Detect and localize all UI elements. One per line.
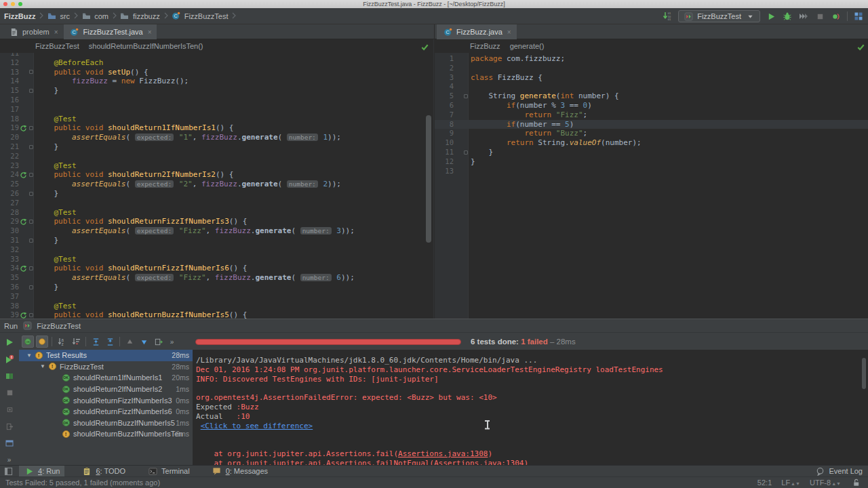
code-line[interactable]: 39 public void shouldReturnBuzzIfNumberI… <box>0 310 433 319</box>
fold-marker-icon[interactable] <box>28 170 34 180</box>
code-line[interactable]: 18 @Test <box>0 115 433 124</box>
caret-position[interactable]: 52:1 <box>757 479 772 487</box>
code-line[interactable]: 20 assertEquals( expected: "1", fizzBuzz… <box>0 133 433 142</box>
test-tree-row[interactable]: OKshouldReturn1IfNumberIs120ms <box>19 372 193 384</box>
code-line[interactable]: 13 <box>435 167 868 176</box>
code-line[interactable]: 14 fizzBuzz = new FizzBuzz(); <box>0 77 433 86</box>
fold-marker-icon[interactable] <box>28 86 34 96</box>
console-output[interactable]: /Library/Java/JavaVirtualMachines/jdk1.8… <box>193 350 868 465</box>
tool-window-button[interactable]: Terminal <box>142 466 195 477</box>
code-line[interactable]: 3class FizzBuzz { <box>435 73 868 83</box>
test-tree-row[interactable]: ▼!Test Results28ms <box>19 350 193 361</box>
code-line[interactable]: 22 <box>0 152 433 161</box>
tool-window-switcher-icon[interactable] <box>3 466 14 476</box>
profile-icon[interactable] <box>831 11 842 22</box>
code-line[interactable]: 33 @Test <box>0 255 433 264</box>
restore-layout-icon[interactable] <box>4 439 15 449</box>
breadcrumb-item[interactable]: com <box>81 11 108 22</box>
code-line[interactable]: 6 if(number % 3 == 0) <box>435 101 868 110</box>
fold-marker-icon[interactable] <box>462 148 469 157</box>
code-line[interactable]: 25 assertEquals( expected: "2", fizzBuzz… <box>0 180 433 189</box>
editor-tab[interactable]: CFizzBuzzTest.java× <box>64 24 157 39</box>
code-line[interactable]: 11 } <box>435 148 868 157</box>
expand-arrow-icon[interactable]: ▼ <box>24 352 34 359</box>
test-tree-row[interactable]: OKshouldReturnBuzzIfNumberIs51ms <box>19 418 193 429</box>
breadcrumb-item[interactable]: fizzbuzz <box>119 11 160 22</box>
code-line[interactable]: 17 <box>0 105 433 115</box>
test-tree-row[interactable]: OKshouldReturn2IfNumberIs21ms <box>19 384 193 395</box>
code-line[interactable]: 37 <box>0 292 433 302</box>
code-line[interactable]: 35 assertEquals( expected: "Fizz", fizzB… <box>0 273 433 283</box>
code-line[interactable]: 5 String generate(int number) { <box>435 92 868 101</box>
previous-failed-icon[interactable] <box>123 336 136 348</box>
show-ignored-icon[interactable] <box>36 336 48 348</box>
fold-marker-icon[interactable] <box>28 217 34 226</box>
console-hyperlink[interactable]: Assertions.java:1308 <box>398 449 488 458</box>
tool-window-button[interactable]: 0: Messages <box>207 466 273 477</box>
fold-marker-icon[interactable] <box>28 310 34 319</box>
run-tool-window-header[interactable]: Run FizzBuzzTest <box>0 319 868 333</box>
console-hyperlink[interactable]: <Click to see difference> <box>201 422 313 430</box>
breadcrumb-item[interactable]: CFizzBuzzTest <box>171 11 229 22</box>
debug-icon[interactable] <box>782 11 793 22</box>
code-line[interactable]: 34 public void shouldReturnFizzIfNumberI… <box>0 264 433 273</box>
code-line[interactable]: 32 <box>0 245 433 255</box>
run-icon[interactable] <box>766 11 776 22</box>
code-line[interactable]: 9 return "Buzz"; <box>435 129 868 138</box>
code-line[interactable]: 8 if(number == 5) <box>435 120 868 129</box>
stop-icon[interactable] <box>4 388 15 398</box>
code-line[interactable]: 31 } <box>0 236 433 245</box>
code-editor[interactable]: 1package com.fizzbuzz;23class FizzBuzz {… <box>435 53 868 319</box>
more-icon[interactable]: » <box>166 336 178 348</box>
code-line[interactable]: 10 return String.valueOf(number); <box>435 138 868 148</box>
code-line[interactable]: 36 } <box>0 283 433 292</box>
test-passed-gutter-icon[interactable] <box>19 123 28 133</box>
test-passed-gutter-icon[interactable] <box>19 170 28 180</box>
coverage-icon[interactable] <box>798 11 809 22</box>
expand-arrow-icon[interactable]: ▼ <box>38 363 47 369</box>
run-configuration-select[interactable]: FizzBuzzTest <box>678 10 760 22</box>
code-line[interactable]: 11 <box>0 53 433 58</box>
test-tree-row[interactable]: ▼!FizzBuzzTest28ms <box>19 361 193 373</box>
more-icon[interactable]: » <box>4 455 15 465</box>
code-line[interactable]: 23 @Test <box>0 161 433 171</box>
sort-by-duration-icon[interactable] <box>70 336 82 348</box>
fold-marker-icon[interactable] <box>28 142 34 152</box>
code-line[interactable]: 16 <box>0 96 433 105</box>
scrollbar-thumb[interactable] <box>862 358 866 389</box>
show-passed-icon[interactable]: OK <box>22 336 34 348</box>
fold-marker-icon[interactable] <box>28 68 34 77</box>
breadcrumb-item[interactable]: src <box>46 11 70 22</box>
event-log-button[interactable]: Event Log <box>814 466 863 476</box>
breadcrumb-class[interactable]: FizzBuzzTest <box>35 42 79 50</box>
test-passed-gutter-icon[interactable] <box>19 310 28 319</box>
fold-marker-icon[interactable] <box>28 283 34 292</box>
tool-window-button[interactable]: 4: Run <box>19 466 64 477</box>
test-passed-gutter-icon[interactable] <box>19 217 28 226</box>
fold-marker-icon[interactable] <box>28 264 34 273</box>
code-line[interactable]: 26 } <box>0 189 433 199</box>
tool-window-button[interactable]: 6: TODO <box>77 466 130 477</box>
editor-tab[interactable]: problem× <box>3 24 64 39</box>
code-line[interactable]: 13 public void setUp() { <box>0 68 433 77</box>
code-line[interactable]: 19 public void shouldReturn1IfNumberIs1(… <box>0 123 433 133</box>
code-line[interactable]: 28 @Test <box>0 208 433 218</box>
test-tree-row[interactable]: !shouldReturnBuzzIfNumberIsTen6ms <box>19 428 193 440</box>
code-line[interactable]: 4 <box>435 82 868 92</box>
test-tree-row[interactable]: OKshouldReturnFizzIfNumberIs60ms <box>19 406 193 418</box>
line-ending-select[interactable]: LF▲▼ <box>781 479 800 487</box>
fold-marker-icon[interactable] <box>28 189 34 199</box>
left-editor-pane[interactable]: FizzBuzzTest shouldReturnBuzzIfNumberIsT… <box>0 39 434 319</box>
right-editor-pane[interactable]: FizzBuzz generate() 1package com.fizzbuz… <box>435 39 868 319</box>
next-failed-icon[interactable] <box>138 336 150 348</box>
rerun-failed-icon[interactable] <box>4 354 15 365</box>
close-tab-icon[interactable]: × <box>507 28 511 36</box>
breadcrumb-method[interactable]: generate() <box>510 42 545 50</box>
test-history-icon[interactable] <box>4 371 15 382</box>
code-line[interactable]: 30 assertEquals( expected: "Fizz", fizzB… <box>0 226 433 236</box>
code-line[interactable]: 12} <box>435 157 868 167</box>
code-line[interactable]: 7 return "Fizz"; <box>435 110 868 120</box>
code-editor[interactable]: 1112 @BeforeEach13 public void setUp() {… <box>0 53 433 319</box>
export-test-results-icon[interactable] <box>152 336 164 348</box>
code-line[interactable]: 24 public void shouldReturn2IfNumberIs2(… <box>0 170 433 180</box>
